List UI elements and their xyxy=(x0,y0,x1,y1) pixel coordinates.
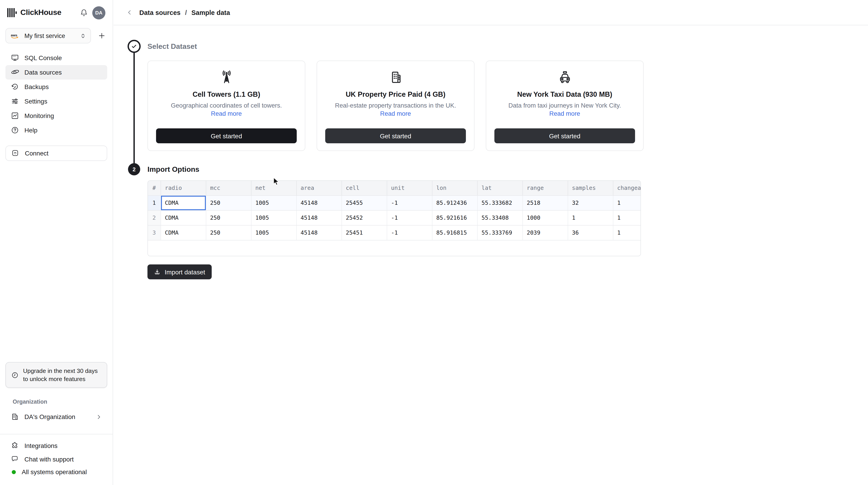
table-cell[interactable]: 25455 xyxy=(341,195,387,210)
table-cell[interactable]: 1 xyxy=(568,210,613,225)
sidebar-item-label: Backups xyxy=(24,83,49,90)
table-cell[interactable]: 85.921616 xyxy=(432,210,477,225)
row-number: 1 xyxy=(148,195,161,210)
get-started-button-uk-property[interactable]: Get started xyxy=(325,128,466,143)
connect-button[interactable]: Connect xyxy=(5,146,107,161)
column-header[interactable]: area xyxy=(296,181,341,195)
sidebar-item-integrations[interactable]: Integrations xyxy=(5,439,107,452)
read-more-link[interactable]: Read more xyxy=(380,110,411,117)
breadcrumb-section[interactable]: Data sources xyxy=(139,9,181,16)
service-selector-row: aws My first service xyxy=(5,28,107,43)
column-header[interactable]: unit xyxy=(387,181,432,195)
back-chevron-icon[interactable] xyxy=(126,9,133,16)
table-cell[interactable]: 55.33408 xyxy=(477,210,522,225)
table-cell[interactable]: 1000 xyxy=(522,210,568,225)
column-header[interactable]: radio xyxy=(161,181,206,195)
table-cell[interactable]: 36 xyxy=(568,225,613,240)
sidebar-item-monitoring[interactable]: Monitoring xyxy=(5,108,107,123)
selected-cell[interactable]: CDMA xyxy=(161,195,206,210)
footer-item-label: Chat with support xyxy=(24,456,74,463)
sidebar-item-sql-console[interactable]: SQL Console xyxy=(5,51,107,65)
column-header[interactable]: lat xyxy=(477,181,522,195)
table-cell[interactable]: 25452 xyxy=(341,210,387,225)
system-status[interactable]: All systems operational xyxy=(5,466,107,480)
user-avatar[interactable]: DA xyxy=(92,6,105,19)
table-cell[interactable]: 55.333682 xyxy=(477,195,522,210)
table-cell[interactable]: 250 xyxy=(206,225,251,240)
table-cell[interactable]: 1005 xyxy=(251,195,296,210)
table-cell[interactable]: 250 xyxy=(206,195,251,210)
cell-tower-icon xyxy=(219,69,234,86)
sidebar-item-settings[interactable]: Settings xyxy=(5,94,107,108)
svg-text:aws: aws xyxy=(11,33,18,37)
sidebar-item-data-sources[interactable]: Data sources xyxy=(5,65,107,79)
footer-item-label: Integrations xyxy=(24,442,57,449)
table-cell[interactable]: 32 xyxy=(568,195,613,210)
dataset-description: Geographical coordinates of cell towers. xyxy=(171,102,282,109)
row-number: 3 xyxy=(148,225,161,240)
column-header[interactable]: range xyxy=(522,181,568,195)
read-more-link[interactable]: Read more xyxy=(549,110,580,117)
sql-console-icon xyxy=(11,54,19,62)
read-more-link[interactable]: Read more xyxy=(211,110,242,117)
table-cell[interactable]: -1 xyxy=(387,225,432,240)
table-cell[interactable]: 1 xyxy=(613,195,641,210)
table-cell[interactable]: 85.916815 xyxy=(432,225,477,240)
sidebar-item-label: Data sources xyxy=(24,69,62,76)
table-empty-footer xyxy=(148,240,641,256)
select-dataset-heading: Select Dataset xyxy=(148,42,197,51)
taxi-icon xyxy=(557,69,572,86)
table-cell[interactable]: -1 xyxy=(387,210,432,225)
sidebar-nav: SQL Console Data sources xyxy=(5,51,107,137)
building-icon xyxy=(388,69,403,86)
clickhouse-logo-icon xyxy=(7,8,17,17)
app-title: ClickHouse xyxy=(20,8,61,17)
chevron-updown-icon xyxy=(80,33,86,39)
column-header[interactable]: cell xyxy=(341,181,387,195)
status-text: All systems operational xyxy=(22,468,87,476)
column-header[interactable]: net xyxy=(251,181,296,195)
dataset-card-ny-taxi: New York Taxi Data (930 MB) Data from ta… xyxy=(486,61,644,151)
table-cell[interactable]: 45148 xyxy=(296,195,341,210)
table-cell[interactable]: 1 xyxy=(613,210,641,225)
column-header[interactable]: changeable xyxy=(613,181,641,195)
topbar: Data sources / Sample data xyxy=(114,0,868,25)
dataset-card-uk-property: UK Property Price Paid (4 GB) Real-estat… xyxy=(317,61,474,151)
upgrade-notice[interactable]: Upgrade in the next 30 days to unlock mo… xyxy=(5,362,107,388)
get-started-button-cell-towers[interactable]: Get started xyxy=(156,128,297,143)
dataset-title: UK Property Price Paid (4 GB) xyxy=(346,90,445,99)
table-cell[interactable]: 2518 xyxy=(522,195,568,210)
get-started-button-ny-taxi[interactable]: Get started xyxy=(494,128,635,143)
table-cell[interactable]: 250 xyxy=(206,210,251,225)
import-dataset-button[interactable]: Import dataset xyxy=(148,264,212,279)
column-header[interactable]: # xyxy=(148,181,161,195)
table-cell[interactable]: 1005 xyxy=(251,210,296,225)
column-header[interactable]: samples xyxy=(568,181,613,195)
column-header[interactable]: lon xyxy=(432,181,477,195)
table-cell[interactable]: 1005 xyxy=(251,225,296,240)
table-cell[interactable]: CDMA xyxy=(161,225,206,240)
table-cell[interactable]: 45148 xyxy=(296,210,341,225)
table-cell[interactable]: 85.912436 xyxy=(432,195,477,210)
data-sources-icon xyxy=(11,68,19,76)
table-cell[interactable]: CDMA xyxy=(161,210,206,225)
sidebar-item-backups[interactable]: Backups xyxy=(5,79,107,94)
sidebar-item-chat-support[interactable]: Chat with support xyxy=(5,452,107,466)
notifications-bell-icon[interactable] xyxy=(80,9,88,17)
download-icon xyxy=(154,268,161,275)
table-cell[interactable]: 1 xyxy=(613,225,641,240)
table-cell[interactable]: 45148 xyxy=(296,225,341,240)
column-header[interactable]: mcc xyxy=(206,181,251,195)
table-cell[interactable]: 25451 xyxy=(341,225,387,240)
sidebar-item-help[interactable]: Help xyxy=(5,123,107,137)
content: Select Dataset Cell Towers (1.1 GB) Geo xyxy=(114,25,868,485)
sidebar-item-label: Monitoring xyxy=(24,112,54,119)
table-cell[interactable]: -1 xyxy=(387,195,432,210)
add-service-button[interactable] xyxy=(96,30,107,41)
table-cell[interactable]: 2039 xyxy=(522,225,568,240)
organization-selector[interactable]: DA's Organization xyxy=(5,409,107,425)
service-selector[interactable]: aws My first service xyxy=(5,28,91,43)
table-cell[interactable]: 55.333769 xyxy=(477,225,522,240)
logo-row: ClickHouse DA xyxy=(5,5,107,20)
import-options-heading: Import Options xyxy=(148,165,199,173)
